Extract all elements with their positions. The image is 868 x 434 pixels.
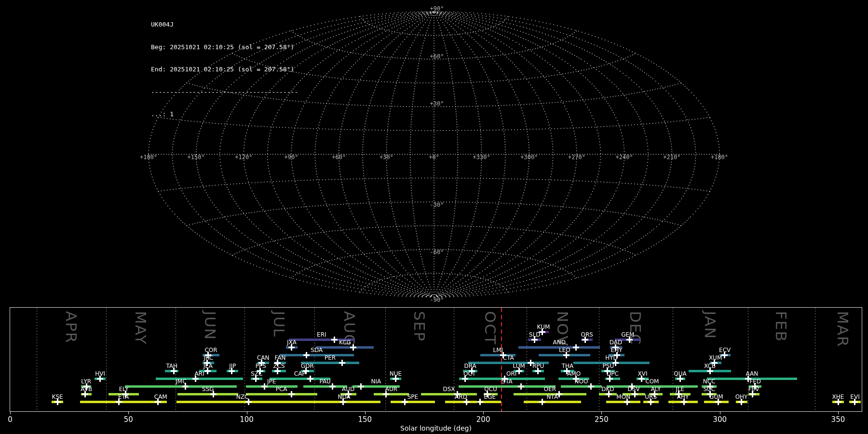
shower-peak-nta (539, 399, 545, 405)
month-label-may: MAY (132, 311, 149, 345)
meteor-count: ...: 1 (151, 110, 298, 118)
shower-bar-ari (156, 378, 243, 380)
shower-label-xcb: XCB (704, 363, 716, 369)
shower-label-psu: PSU (603, 363, 614, 369)
sky-lon-label-8: +300° (520, 154, 538, 161)
shower-bar-noo (561, 385, 602, 388)
shower-label-hvi: HVI (95, 370, 105, 377)
shower-label-per: PER (325, 354, 336, 361)
shower-bar-jmc (125, 385, 237, 388)
month-boundary-may (106, 308, 107, 411)
shower-label-avb: AVB (81, 386, 92, 393)
shower-label-scc: SCC (703, 386, 715, 393)
x-tick-150 (365, 411, 366, 414)
shower-label-tha: THA (562, 363, 574, 369)
month-label-mar: MAR (834, 311, 852, 348)
month-label-jun: JUN (202, 311, 219, 340)
sky-lon-label-1: +150° (188, 154, 205, 161)
month-boundary-nov (527, 308, 527, 411)
shower-peak-noo (588, 383, 594, 390)
shower-label-ssg: SSG (202, 386, 214, 393)
month-boundary-feb (748, 308, 748, 411)
shower-peak-per (339, 360, 345, 366)
shower-label-jip: JIP (229, 363, 236, 369)
sky-lat-label-5: -90° (430, 297, 444, 303)
shower-label-lmi: LMI (493, 347, 503, 353)
shower-label-kcg: KCG (339, 339, 351, 346)
x-tick-label-250: 250 (595, 415, 609, 424)
shower-label-aud: AUD (342, 386, 354, 393)
shower-label-gum: GUM (709, 393, 723, 400)
month-label-feb: FEB (773, 311, 790, 342)
shower-label-noo: NOO (575, 378, 588, 385)
shower-bar-nzc (176, 401, 308, 403)
timeline-chart: Solar longitude (deg) APRMAYJUNJULAUGSEP… (10, 307, 862, 412)
shower-bar-jpe (246, 385, 298, 388)
shower-label-lyr: LYR (81, 378, 91, 385)
shower-label-jle: JLE (676, 386, 684, 393)
shower-bar-mon (606, 401, 640, 403)
sky-lat-label-0: +90° (430, 5, 444, 12)
shower-label-eta: ETA (118, 393, 129, 400)
info-divider: --------------------------------------- (151, 88, 298, 96)
shower-label-dkd: DKD (601, 386, 614, 393)
shower-label-can: CAN (257, 354, 270, 361)
month-boundary-apr (37, 308, 37, 411)
shower-bar-kcg (316, 346, 374, 349)
shower-label-ecv: ECV (719, 347, 731, 353)
x-tick-50 (128, 411, 129, 414)
shower-peak-cap (307, 376, 313, 382)
x-tick-200 (483, 411, 484, 414)
shower-label-ori: ORI (506, 370, 516, 377)
shower-bar-aur (374, 393, 409, 395)
x-tick-label-200: 200 (476, 415, 490, 424)
shower-label-ohy: OHY (735, 393, 748, 400)
month-boundary-jun (176, 308, 176, 411)
shower-label-nda: NDA (338, 393, 351, 400)
x-tick-label-350: 350 (831, 415, 845, 424)
current-solar-longitude-line (501, 308, 502, 411)
shower-bar-sta (459, 385, 556, 388)
month-label-sep: SEP (411, 311, 428, 342)
month-label-apr: APR (63, 311, 80, 343)
sky-lon-label-7: +330° (473, 154, 490, 161)
shower-label-tah: TAH (166, 363, 177, 369)
shower-label-com: COM (645, 378, 659, 385)
shower-label-ncc: NCC (703, 378, 716, 385)
shower-label-dad: DAD (610, 339, 622, 346)
shower-label-pca: PCA (276, 386, 287, 393)
shower-label-oer: OER (544, 386, 556, 393)
sky-lon-label-10: +240° (616, 154, 633, 161)
shower-label-fan: FAN (274, 354, 285, 361)
shower-label-gem: GEM (621, 331, 634, 338)
x-axis-title: Solar longitude (deg) (400, 424, 472, 432)
shower-label-cta: CTA (503, 354, 514, 361)
sky-lat-label-3: -30° (430, 202, 444, 208)
x-tick-300 (720, 411, 720, 414)
shower-label-spe: SPE (407, 393, 418, 400)
x-tick-0 (10, 411, 11, 414)
shower-label-dra: DRA (464, 363, 476, 369)
shower-label-sta: STA (502, 378, 513, 385)
sky-lon-label-9: +270° (568, 154, 585, 161)
shower-label-rpu: RPU (532, 363, 544, 369)
shower-label-jmc: JMC (176, 378, 186, 385)
month-boundary-mar (815, 308, 815, 411)
sky-lon-label-4: +60° (332, 154, 346, 161)
shower-label-ors: ORS (581, 331, 593, 338)
shower-label-fed: FED (749, 378, 761, 385)
shower-label-eri: ERI (317, 331, 326, 338)
sky-lon-label-0: +180° (140, 154, 157, 161)
month-boundary-jan (673, 308, 673, 411)
shower-peak-sda (303, 352, 310, 358)
x-tick-label-150: 150 (358, 415, 372, 424)
x-tick-250 (601, 411, 602, 414)
shower-label-zcs: ZCS (273, 363, 285, 369)
shower-label-nta: NTA (547, 393, 558, 400)
shower-label-mon: MON (616, 393, 630, 400)
shower-label-cap: CAP (294, 370, 306, 377)
sky-lat-label-1: +60° (430, 53, 444, 60)
shower-peak-eri (331, 337, 338, 343)
shower-peak-kcg (350, 344, 356, 351)
shower-label-dsx: DSX (443, 386, 455, 393)
